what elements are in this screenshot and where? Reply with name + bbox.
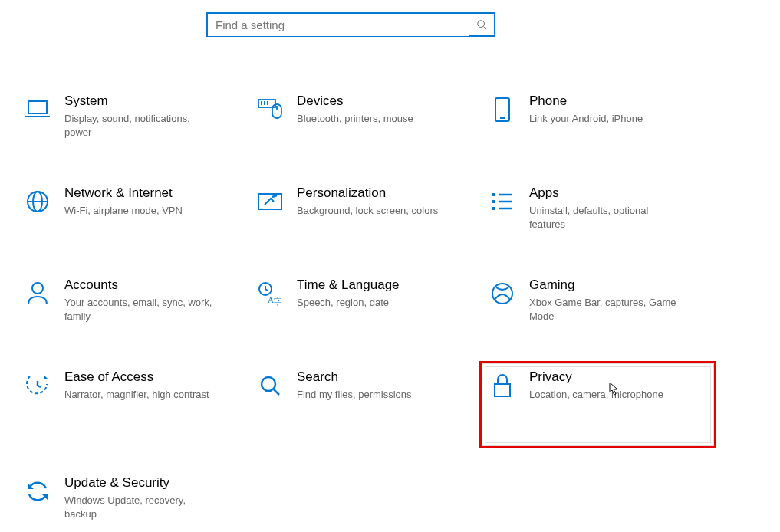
card-desc: Your accounts, email, sync, work, family — [64, 296, 218, 323]
card-devices[interactable]: Devices Bluetooth, printers, mouse — [249, 87, 482, 156]
card-title: Personalization — [297, 186, 438, 201]
svg-line-28 — [265, 289, 268, 291]
svg-line-34 — [38, 386, 41, 387]
card-desc: Link your Android, iPhone — [529, 112, 643, 126]
search-input[interactable] — [208, 14, 469, 36]
card-network[interactable]: Network & Internet Wi-Fi, airplane mode,… — [17, 179, 249, 248]
paintbrush-icon — [254, 186, 286, 218]
apps-list-icon — [486, 186, 518, 218]
card-apps[interactable]: Apps Uninstall, defaults, optional featu… — [482, 179, 714, 248]
svg-point-0 — [478, 21, 485, 28]
card-title: Devices — [297, 94, 413, 109]
card-title: Gaming — [529, 277, 683, 293]
svg-marker-32 — [44, 375, 48, 379]
sync-icon — [21, 475, 54, 507]
card-desc: Find my files, permissions — [297, 388, 412, 402]
card-desc: Wi-Fi, airplane mode, VPN — [64, 204, 183, 218]
card-ease-of-access[interactable]: Ease of Access Narrator, magnifier, high… — [17, 363, 249, 446]
magnifier-icon — [254, 369, 286, 402]
card-title: Accounts — [64, 277, 218, 293]
svg-point-25 — [32, 283, 43, 294]
card-desc: Display, sound, notifications, power — [64, 112, 218, 139]
svg-line-36 — [274, 389, 279, 395]
person-icon — [21, 277, 54, 310]
card-accounts[interactable]: Accounts Your accounts, email, sync, wor… — [17, 271, 249, 340]
card-desc: Windows Update, recovery, backup — [64, 494, 218, 521]
card-title: Privacy — [529, 369, 663, 385]
laptop-icon — [21, 94, 54, 126]
svg-rect-19 — [492, 193, 495, 196]
card-desc: Location, camera, microphone — [529, 388, 663, 402]
time-language-icon: A 字 — [254, 277, 286, 310]
svg-rect-18 — [258, 194, 281, 209]
card-personalization[interactable]: Personalization Background, lock screen,… — [249, 179, 482, 248]
card-title: Phone — [529, 94, 643, 109]
phone-icon — [486, 94, 518, 126]
card-phone[interactable]: Phone Link your Android, iPhone — [482, 87, 714, 156]
card-desc: Xbox Game Bar, captures, Game Mode — [529, 296, 683, 323]
svg-point-35 — [262, 377, 275, 391]
card-desc: Narrator, magnifier, high contrast — [64, 388, 209, 402]
xbox-icon — [486, 277, 518, 310]
card-title: Update & Security — [64, 475, 218, 491]
card-privacy[interactable]: Privacy Location, camera, microphone — [482, 363, 714, 446]
card-title: System — [64, 94, 218, 109]
card-title: Time & Language — [297, 277, 400, 293]
card-title: Ease of Access — [64, 369, 209, 385]
card-desc: Bluetooth, printers, mouse — [297, 112, 413, 126]
card-title: Search — [297, 369, 412, 385]
svg-rect-23 — [492, 207, 495, 210]
card-title: Apps — [529, 186, 683, 201]
svg-line-1 — [484, 27, 487, 30]
svg-text:A: A — [268, 295, 274, 304]
card-desc: Background, lock screen, colors — [297, 204, 438, 218]
search-box[interactable] — [206, 12, 495, 37]
card-time-language[interactable]: A 字 Time & Language Speech, region, date — [249, 271, 482, 340]
svg-rect-37 — [495, 384, 510, 396]
svg-text:字: 字 — [274, 297, 282, 306]
card-system[interactable]: System Display, sound, notifications, po… — [17, 87, 249, 156]
svg-rect-2 — [28, 101, 47, 113]
card-desc: Uninstall, defaults, optional features — [529, 204, 683, 231]
card-update-security[interactable]: Update & Security Windows Update, recove… — [17, 469, 249, 532]
card-gaming[interactable]: Gaming Xbox Game Bar, captures, Game Mod… — [482, 271, 714, 340]
card-desc: Speech, region, date — [297, 296, 400, 310]
lock-icon — [486, 369, 518, 402]
ease-of-access-icon — [21, 369, 54, 402]
search-icon — [469, 19, 494, 30]
card-search[interactable]: Search Find my files, permissions — [249, 363, 482, 446]
card-title: Network & Internet — [64, 186, 183, 201]
svg-rect-21 — [492, 200, 495, 203]
devices-icon — [254, 94, 286, 126]
settings-grid: System Display, sound, notifications, po… — [17, 87, 761, 532]
globe-icon — [21, 186, 54, 218]
